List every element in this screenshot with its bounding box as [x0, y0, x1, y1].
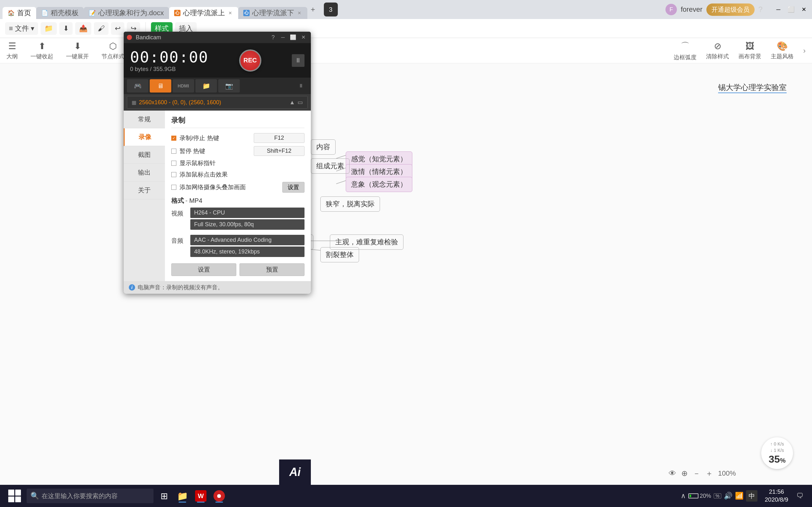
bandicam-footer: i 电脑声音：录制的视频没有声音。	[124, 281, 311, 294]
network-icon[interactable]: 📶	[735, 492, 744, 500]
file-explorer-button[interactable]: 📁	[174, 488, 190, 504]
clear-style-button[interactable]: ⊘ 清除样式	[706, 41, 729, 60]
audio-settings-box: 48.0KHz, stereo, 192kbps	[190, 246, 305, 257]
footer-text: 电脑声音：录制的视频没有声音。	[138, 284, 223, 291]
overlay-settings-button[interactable]: 设置	[282, 182, 305, 193]
bandicam-minimize-button[interactable]: ─	[278, 33, 287, 42]
tab-template[interactable]: 📄 稻壳模板	[36, 7, 84, 19]
node-style-label: 节点样式	[101, 53, 124, 60]
tab-docx-icon: 📝	[89, 9, 96, 16]
zoom-out-button[interactable]: －	[693, 468, 700, 478]
sidebar-screenshot[interactable]: 截图	[124, 146, 165, 164]
sidebar-general[interactable]: 常规	[124, 111, 165, 128]
node-content[interactable]: 内容	[311, 139, 336, 155]
tab-docx[interactable]: 📝 心理现象和行为.docx	[84, 7, 169, 19]
brush-button[interactable]: 🖌	[94, 22, 108, 35]
sidebar-output[interactable]: 输出	[124, 164, 165, 181]
vip-button[interactable]: 开通超级会员	[706, 3, 755, 16]
bandicam-help-button[interactable]: ?	[269, 33, 277, 42]
show-cursor-label: 显示鼠标指针	[180, 159, 216, 167]
taskbar-search[interactable]: 🔍 在这里输入你要搜索的内容	[27, 489, 154, 503]
audio-field-row: 音频 AAC - Advanced Audio Coding 48.0KHz, …	[171, 235, 305, 258]
node-fragmented[interactable]: 割裂整体	[320, 247, 359, 262]
input-method-indicator[interactable]: 中	[746, 490, 757, 502]
download-button[interactable]: ⬇	[59, 22, 72, 35]
sidebar-about[interactable]: 关于	[124, 181, 165, 199]
theme-style-button[interactable]: 🎨 主题风格	[771, 41, 794, 60]
new-tab-button[interactable]: +	[307, 4, 319, 15]
audio-label: 音频	[171, 237, 187, 245]
close-button[interactable]: ✕	[798, 4, 809, 15]
record-button[interactable]: ⏺	[211, 488, 227, 504]
show-cursor-checkbox[interactable]	[171, 161, 176, 166]
tab-psych-down[interactable]: 心 心理学流派下 ✕	[238, 7, 307, 19]
tray-expand[interactable]: ∧	[681, 492, 686, 500]
tab-psych-down-close[interactable]: ✕	[297, 10, 302, 16]
format-settings-button[interactable]: 设置	[171, 263, 236, 276]
notification-icon: 🗨	[797, 492, 803, 500]
click-effect-checkbox[interactable]	[171, 172, 176, 177]
format-title-label: 格式	[171, 197, 184, 204]
ai-label: Ai	[289, 465, 301, 479]
outline-button[interactable]: ☰ 大纲	[6, 41, 18, 60]
zoom-level: 100%	[718, 469, 736, 477]
more-options-button[interactable]: ›	[803, 46, 806, 55]
format-dash: -	[185, 197, 189, 204]
open-button[interactable]: 📁	[41, 22, 57, 35]
undo-button[interactable]: ↩	[111, 22, 124, 35]
wps-button[interactable]: W	[193, 488, 209, 504]
bandicam-window-controls: ? ─ ⬜ ✕	[269, 33, 308, 42]
svg-line-2	[336, 181, 346, 184]
rec-button[interactable]: REC	[239, 49, 261, 72]
bdc-tab-screen[interactable]: 🖥	[150, 79, 171, 93]
node-narrow[interactable]: 狭窄，脱离实际	[320, 196, 380, 212]
resolution-border-icon: ▦	[132, 100, 136, 106]
record-hotkey-field[interactable]: F12	[254, 133, 305, 143]
sidebar-recording[interactable]: 录像	[124, 128, 165, 146]
bandicam-close-button[interactable]	[127, 35, 132, 40]
bandicam-maximize-button[interactable]: ⬜	[289, 33, 298, 42]
minimize-button[interactable]: ─	[773, 4, 784, 15]
pause-hotkey-checkbox[interactable]	[171, 149, 176, 154]
preset-button[interactable]: 预置	[240, 263, 305, 276]
bdc-pause-icon[interactable]: ⏸	[294, 79, 308, 93]
help-button[interactable]: ?	[758, 5, 763, 14]
bandicam-close-x-button[interactable]: ✕	[299, 33, 308, 42]
file-menu-button[interactable]: ≡ 文件 ▾	[5, 22, 38, 35]
tab-psych-up[interactable]: 心 心理学流派上 ✕	[169, 7, 238, 19]
volume-icon[interactable]: 🔊	[724, 492, 732, 500]
section-title: 录制	[171, 116, 305, 128]
bdc-tab-gamepad[interactable]: 🎮	[127, 79, 148, 93]
zoom-fit-button[interactable]: ⊕	[681, 469, 688, 478]
border-curve-button[interactable]: ⌒ 边框弧度	[674, 40, 697, 61]
tab-psych-up-icon: 心	[174, 10, 181, 16]
maximize-button[interactable]: ⬜	[785, 4, 797, 15]
bdc-tab-camera[interactable]: 📷	[218, 79, 240, 93]
record-hotkey-checkbox[interactable]: ✓	[171, 135, 176, 141]
webcam-overlay-checkbox[interactable]	[171, 185, 176, 190]
eye-icon[interactable]: 👁	[669, 469, 676, 478]
node-imagery[interactable]: 意象（观念元素）	[346, 177, 412, 192]
tab-psych-up-close[interactable]: ✕	[227, 10, 233, 16]
video-codec-box: H264 - CPU	[190, 208, 305, 218]
expand-all-button[interactable]: ⬇ 一键展开	[66, 41, 89, 60]
export-button[interactable]: 📤	[75, 22, 91, 35]
pause-hotkey-field[interactable]: Shift+F12	[254, 146, 305, 156]
webcam-overlay-row: 添加网络摄像头叠加画面 设置	[171, 182, 305, 193]
tab-home[interactable]: 🏠 首页	[3, 7, 36, 19]
node-style-button[interactable]: ⬡ 节点样式	[101, 41, 124, 60]
node-composition[interactable]: 组成元素	[311, 158, 350, 174]
zoom-in-button[interactable]: ＋	[705, 468, 713, 478]
node-fragmented-label: 割裂整体	[326, 250, 354, 260]
resolution-bar[interactable]: ▦ 2560x1600 - (0, 0), (2560, 1600) ▲ ▭	[127, 96, 308, 109]
canvas-bg-button[interactable]: 🖼 画布背景	[739, 41, 761, 60]
clock[interactable]: 21:56 2020/8/9	[764, 488, 789, 504]
bdc-tab-hdmi[interactable]: HDMI	[172, 79, 194, 93]
start-button[interactable]	[5, 487, 24, 505]
collapse-all-button[interactable]: ⬆ 一键收起	[31, 41, 53, 60]
bdc-tab-folder[interactable]: 📁	[195, 79, 217, 93]
task-view-button[interactable]: ⊞	[156, 488, 172, 504]
pause-button[interactable]: ⏸	[292, 54, 305, 67]
notification-button[interactable]: 🗨	[793, 489, 807, 503]
outline-label: 大纲	[6, 53, 18, 60]
